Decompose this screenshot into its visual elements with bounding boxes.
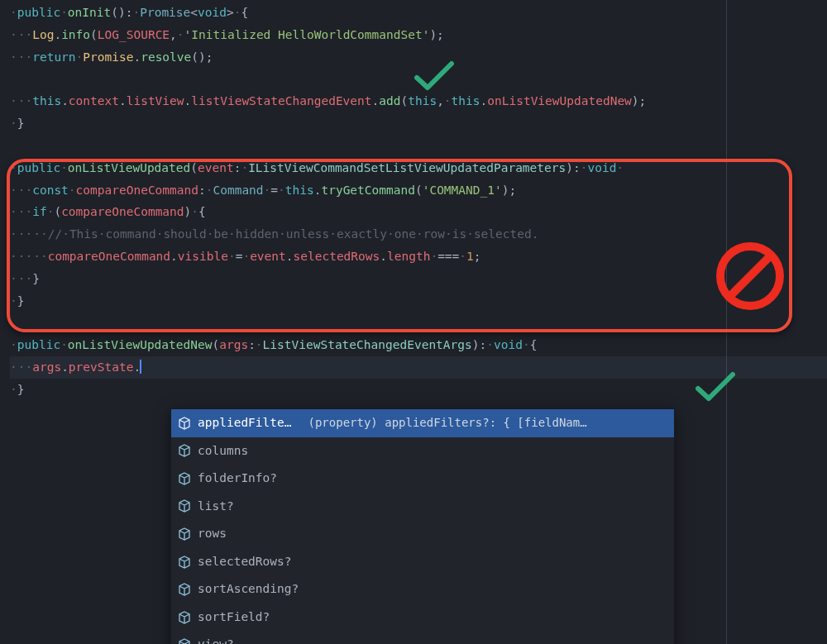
property-icon xyxy=(178,611,191,624)
property-icon xyxy=(178,444,191,457)
suggestion-label: list? xyxy=(198,495,234,518)
property-icon xyxy=(178,527,191,541)
intellisense-popup[interactable]: appliedFilte… (property) appliedFilters?… xyxy=(170,408,675,644)
code-line[interactable]: ·} xyxy=(10,290,827,312)
code-line[interactable]: ·····//·This·command·should·be·hidden·un… xyxy=(10,223,827,246)
suggestion-item[interactable]: appliedFilte… (property) appliedFilters?… xyxy=(171,409,674,437)
suggestion-item[interactable]: view? xyxy=(171,631,674,644)
property-icon xyxy=(178,556,191,569)
property-icon xyxy=(178,638,191,644)
property-icon xyxy=(178,499,191,513)
code-line[interactable] xyxy=(10,312,827,334)
suggestion-label: rows xyxy=(198,522,227,546)
property-icon xyxy=(178,583,191,596)
property-icon xyxy=(178,417,191,430)
suggestion-label: appliedFilte… xyxy=(198,412,292,435)
code-line[interactable]: ···args.prevState. xyxy=(10,356,827,379)
suggestion-hint: (property) appliedFilters?: { [fieldNam… xyxy=(308,412,668,434)
code-line[interactable]: ···if·(compareOneCommand)·{ xyxy=(10,201,827,223)
suggestion-label: sortField? xyxy=(198,606,270,629)
code-line[interactable]: ···const·compareOneCommand:·Command·=·th… xyxy=(10,179,827,202)
property-icon xyxy=(178,472,191,485)
text-cursor xyxy=(140,360,141,374)
suggestion-item[interactable]: sortAscending? xyxy=(171,575,674,603)
code-line[interactable]: ···this.context.listView.listViewStateCh… xyxy=(10,90,827,112)
suggestion-item[interactable]: sortField? xyxy=(171,603,674,632)
suggestion-item[interactable]: list? xyxy=(171,493,674,521)
code-line[interactable] xyxy=(10,135,827,157)
suggestion-item[interactable]: rows xyxy=(171,520,674,548)
code-line[interactable]: ···return·Promise.resolve(); xyxy=(10,46,827,69)
code-line[interactable]: ·public·onListViewUpdated(event:·IListVi… xyxy=(10,157,827,179)
code-line[interactable] xyxy=(10,68,827,90)
code-editor[interactable]: ·public·onInit():·Promise<void>·{ ···Log… xyxy=(10,2,827,401)
suggestion-label: view? xyxy=(198,633,234,644)
code-line[interactable]: ·public·onListViewUpdatedNew(args:·ListV… xyxy=(10,334,827,356)
suggestion-item[interactable]: columns xyxy=(171,437,674,465)
code-line[interactable]: ·} xyxy=(10,379,827,401)
code-line[interactable]: ·public·onInit():·Promise<void>·{ xyxy=(10,2,827,24)
suggestion-item[interactable]: folderInfo? xyxy=(171,465,674,493)
suggestion-label: columns xyxy=(198,440,248,463)
code-line[interactable]: ···Log.info(LOG_SOURCE,·'Initialized Hel… xyxy=(10,24,827,46)
suggestion-label: sortAscending? xyxy=(198,578,299,601)
code-line[interactable]: ·····compareOneCommand.visible·=·event.s… xyxy=(10,246,827,268)
code-line[interactable]: ···} xyxy=(10,268,827,290)
suggestion-label: folderInfo? xyxy=(198,467,277,490)
suggestion-item[interactable]: selectedRows? xyxy=(171,548,674,576)
code-line[interactable]: ·} xyxy=(10,112,827,135)
suggestion-label: selectedRows? xyxy=(198,551,292,574)
